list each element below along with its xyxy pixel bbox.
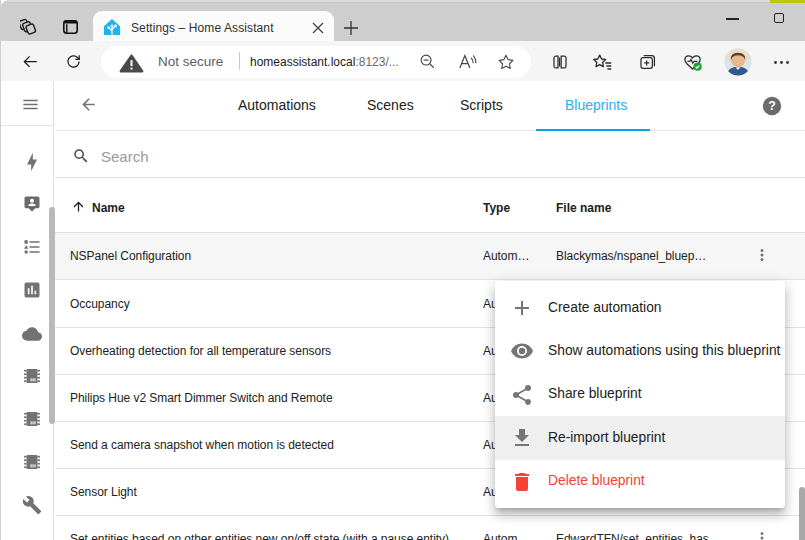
- svg-text:?: ?: [768, 99, 776, 113]
